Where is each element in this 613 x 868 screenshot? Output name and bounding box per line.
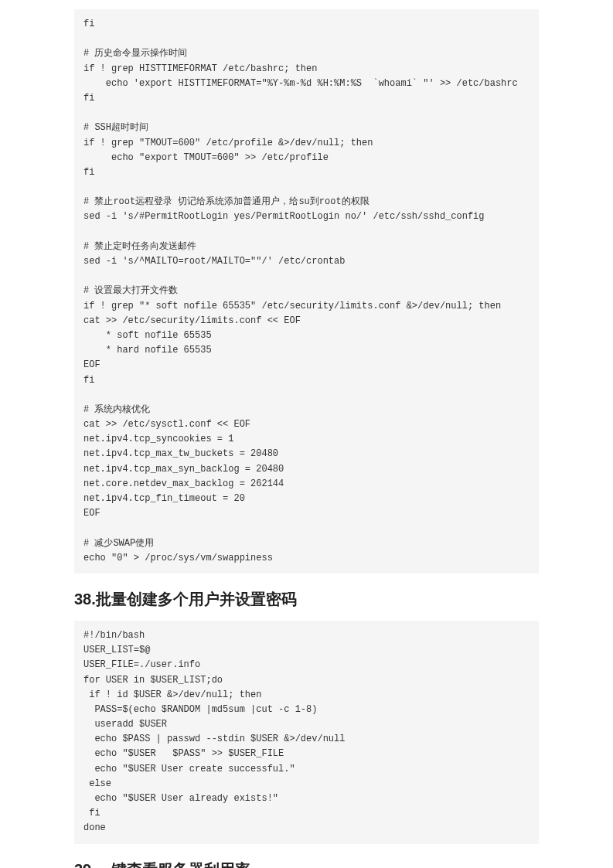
heading-39: 39.一键查看服务器利用率 bbox=[74, 859, 539, 868]
code-block-create-users: #!/bin/bash USER_LIST=$@ USER_FILE=./use… bbox=[74, 621, 539, 844]
document-page: fi # 历史命令显示操作时间 if ! grep HISTTIMEFORMAT… bbox=[0, 0, 613, 868]
code-block-system-config: fi # 历史命令显示操作时间 if ! grep HISTTIMEFORMAT… bbox=[74, 9, 539, 574]
heading-38: 38.批量创建多个用户并设置密码 bbox=[74, 589, 539, 610]
